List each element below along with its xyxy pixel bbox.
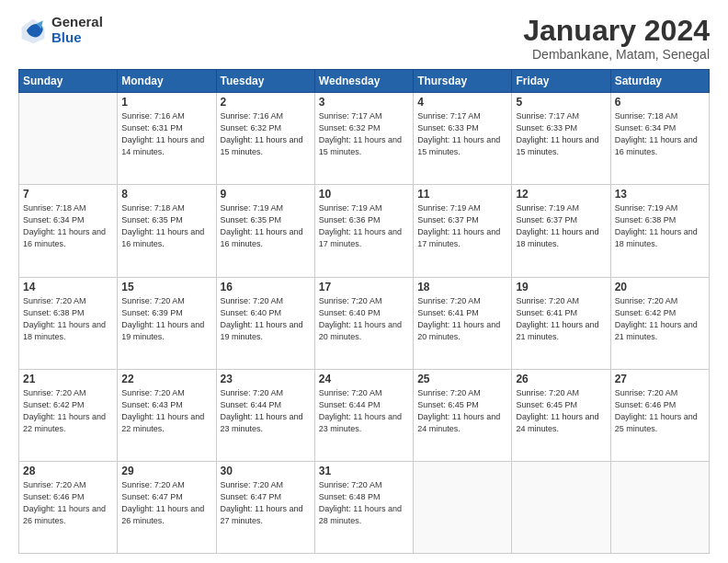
day-number: 7 [23,188,113,201]
day-info: Sunrise: 7:20 AM Sunset: 6:46 PM Dayligh… [615,387,705,435]
day-info: Sunrise: 7:20 AM Sunset: 6:45 PM Dayligh… [516,387,606,435]
calendar-cell: 5Sunrise: 7:17 AM Sunset: 6:33 PM Daylig… [512,93,610,185]
calendar: SundayMondayTuesdayWednesdayThursdayFrid… [18,69,710,554]
calendar-cell: 26Sunrise: 7:20 AM Sunset: 6:45 PM Dayli… [512,369,610,461]
day-info: Sunrise: 7:20 AM Sunset: 6:47 PM Dayligh… [221,479,311,527]
calendar-cell: 17Sunrise: 7:20 AM Sunset: 6:40 PM Dayli… [314,277,413,369]
day-info: Sunrise: 7:17 AM Sunset: 6:33 PM Dayligh… [417,110,507,158]
day-info: Sunrise: 7:16 AM Sunset: 6:31 PM Dayligh… [121,110,211,158]
calendar-cell [414,461,512,553]
day-number: 27 [615,373,705,385]
day-number: 23 [221,373,311,385]
location: Dembankane, Matam, Senegal [523,47,710,62]
calendar-cell: 13Sunrise: 7:19 AM Sunset: 6:38 PM Dayli… [610,185,709,277]
logo-text: General Blue [51,15,103,45]
day-info: Sunrise: 7:20 AM Sunset: 6:41 PM Dayligh… [417,295,507,343]
day-number: 8 [121,188,211,201]
title-area: January 2024 Dembankane, Matam, Senegal [523,15,710,62]
day-number: 16 [221,281,311,293]
calendar-cell: 18Sunrise: 7:20 AM Sunset: 6:41 PM Dayli… [414,277,512,369]
logo-blue: Blue [51,30,103,46]
day-info: Sunrise: 7:16 AM Sunset: 6:32 PM Dayligh… [221,110,311,158]
day-number: 2 [221,96,311,109]
calendar-week-2: 14Sunrise: 7:20 AM Sunset: 6:38 PM Dayli… [19,277,710,369]
day-number: 15 [121,281,211,293]
calendar-cell: 15Sunrise: 7:20 AM Sunset: 6:39 PM Dayli… [118,277,216,369]
day-number: 20 [615,281,705,293]
calendar-cell: 10Sunrise: 7:19 AM Sunset: 6:36 PM Dayli… [314,185,413,277]
day-info: Sunrise: 7:20 AM Sunset: 6:38 PM Dayligh… [23,295,113,343]
day-info: Sunrise: 7:20 AM Sunset: 6:48 PM Dayligh… [319,479,409,527]
day-info: Sunrise: 7:20 AM Sunset: 6:45 PM Dayligh… [417,387,507,435]
calendar-cell: 30Sunrise: 7:20 AM Sunset: 6:47 PM Dayli… [216,461,314,553]
logo-general: General [51,15,103,30]
day-number: 11 [417,188,507,201]
header-wednesday: Wednesday [314,70,413,93]
day-info: Sunrise: 7:19 AM Sunset: 6:37 PM Dayligh… [417,202,507,250]
day-info: Sunrise: 7:17 AM Sunset: 6:32 PM Dayligh… [319,110,409,158]
day-number: 4 [417,96,507,109]
calendar-week-0: 1Sunrise: 7:16 AM Sunset: 6:31 PM Daylig… [19,93,710,185]
day-info: Sunrise: 7:20 AM Sunset: 6:42 PM Dayligh… [23,387,113,435]
day-number: 9 [221,188,311,201]
calendar-cell: 8Sunrise: 7:18 AM Sunset: 6:35 PM Daylig… [118,185,216,277]
day-number: 31 [319,465,409,477]
calendar-cell: 22Sunrise: 7:20 AM Sunset: 6:43 PM Dayli… [118,369,216,461]
day-info: Sunrise: 7:20 AM Sunset: 6:41 PM Dayligh… [516,295,606,343]
calendar-cell: 4Sunrise: 7:17 AM Sunset: 6:33 PM Daylig… [414,93,512,185]
calendar-cell: 7Sunrise: 7:18 AM Sunset: 6:34 PM Daylig… [19,185,118,277]
day-number: 13 [615,188,705,201]
calendar-week-3: 21Sunrise: 7:20 AM Sunset: 6:42 PM Dayli… [19,369,710,461]
day-info: Sunrise: 7:18 AM Sunset: 6:34 PM Dayligh… [23,202,113,250]
day-info: Sunrise: 7:17 AM Sunset: 6:33 PM Dayligh… [516,110,606,158]
day-number: 24 [319,373,409,385]
day-number: 14 [23,281,113,293]
day-number: 10 [319,188,409,201]
calendar-cell: 9Sunrise: 7:19 AM Sunset: 6:35 PM Daylig… [216,185,314,277]
calendar-cell: 25Sunrise: 7:20 AM Sunset: 6:45 PM Dayli… [414,369,512,461]
header-saturday: Saturday [610,70,709,93]
day-info: Sunrise: 7:20 AM Sunset: 6:40 PM Dayligh… [319,295,409,343]
calendar-cell: 29Sunrise: 7:20 AM Sunset: 6:47 PM Dayli… [118,461,216,553]
calendar-cell: 16Sunrise: 7:20 AM Sunset: 6:40 PM Dayli… [216,277,314,369]
page-header: General Blue January 2024 Dembankane, Ma… [18,15,710,62]
day-info: Sunrise: 7:20 AM Sunset: 6:46 PM Dayligh… [23,479,113,527]
calendar-week-4: 28Sunrise: 7:20 AM Sunset: 6:46 PM Dayli… [19,461,710,553]
day-info: Sunrise: 7:20 AM Sunset: 6:44 PM Dayligh… [221,387,311,435]
calendar-cell: 14Sunrise: 7:20 AM Sunset: 6:38 PM Dayli… [19,277,118,369]
day-number: 12 [516,188,606,201]
day-number: 6 [615,96,705,109]
header-monday: Monday [118,70,216,93]
header-friday: Friday [512,70,610,93]
calendar-cell: 23Sunrise: 7:20 AM Sunset: 6:44 PM Dayli… [216,369,314,461]
day-number: 30 [221,465,311,477]
calendar-cell: 28Sunrise: 7:20 AM Sunset: 6:46 PM Dayli… [19,461,118,553]
day-info: Sunrise: 7:18 AM Sunset: 6:34 PM Dayligh… [615,110,705,158]
day-info: Sunrise: 7:18 AM Sunset: 6:35 PM Dayligh… [121,202,211,250]
day-info: Sunrise: 7:20 AM Sunset: 6:42 PM Dayligh… [615,295,705,343]
calendar-body: 1Sunrise: 7:16 AM Sunset: 6:31 PM Daylig… [19,93,710,554]
calendar-week-1: 7Sunrise: 7:18 AM Sunset: 6:34 PM Daylig… [19,185,710,277]
calendar-cell: 3Sunrise: 7:17 AM Sunset: 6:32 PM Daylig… [314,93,413,185]
header-thursday: Thursday [414,70,512,93]
calendar-cell [610,461,709,553]
day-number: 28 [23,465,113,477]
day-number: 22 [121,373,211,385]
day-info: Sunrise: 7:20 AM Sunset: 6:40 PM Dayligh… [221,295,311,343]
logo-icon [18,16,48,45]
day-info: Sunrise: 7:19 AM Sunset: 6:37 PM Dayligh… [516,202,606,250]
day-number: 26 [516,373,606,385]
logo: General Blue [18,15,103,45]
header-tuesday: Tuesday [216,70,314,93]
day-number: 17 [319,281,409,293]
calendar-cell: 2Sunrise: 7:16 AM Sunset: 6:32 PM Daylig… [216,93,314,185]
calendar-cell [512,461,610,553]
calendar-cell: 31Sunrise: 7:20 AM Sunset: 6:48 PM Dayli… [314,461,413,553]
calendar-cell: 12Sunrise: 7:19 AM Sunset: 6:37 PM Dayli… [512,185,610,277]
month-title: January 2024 [523,15,710,47]
calendar-header-row: SundayMondayTuesdayWednesdayThursdayFrid… [19,70,710,93]
calendar-cell: 19Sunrise: 7:20 AM Sunset: 6:41 PM Dayli… [512,277,610,369]
calendar-cell: 6Sunrise: 7:18 AM Sunset: 6:34 PM Daylig… [610,93,709,185]
day-info: Sunrise: 7:20 AM Sunset: 6:39 PM Dayligh… [121,295,211,343]
day-number: 3 [319,96,409,109]
